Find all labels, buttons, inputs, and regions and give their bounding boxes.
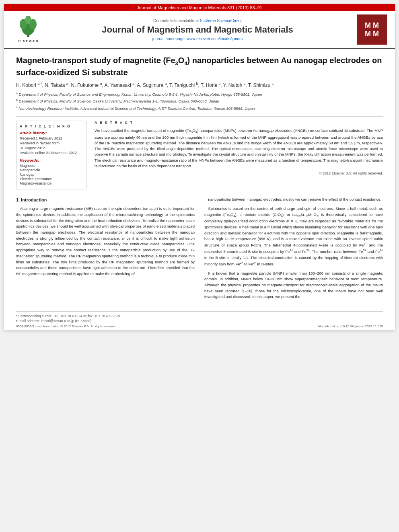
email-text: E-mail address: kobori@konan-u.ac.jp (H.… bbox=[16, 319, 93, 323]
abstract-text: We have studied the magneto-transport of… bbox=[95, 128, 383, 169]
authors: H. Kobori a,*, N. Takata a, N. Fukutome … bbox=[16, 82, 383, 88]
article-content: Magneto-transport study of magnetite (Fe… bbox=[4, 49, 395, 311]
keyword-5: Magneto-resistance bbox=[20, 181, 83, 185]
affiliation-b: b Department of Physics, Faculty of Scie… bbox=[16, 98, 383, 104]
keyword-3: Nanogap bbox=[20, 173, 83, 177]
elsevier-tree-icon bbox=[18, 16, 38, 38]
body-section: 1. Introduction Attaining a large magnet… bbox=[16, 197, 383, 303]
sciverse-prefix: Contents lists available at bbox=[153, 18, 200, 23]
keywords-section: Keywords: Magnetite Nanoparticle Nanogap… bbox=[20, 158, 83, 185]
body-col-right: nanoparticles between nanogap electrodes… bbox=[204, 197, 383, 303]
journal-citation-bar: Journal of Magnetism and Magnetic Materi… bbox=[4, 4, 395, 11]
jmmm-letters2: M M bbox=[365, 30, 379, 38]
article-info-heading: A R T I C L E I N F O bbox=[20, 124, 83, 128]
article-history-heading: Article history: bbox=[20, 131, 83, 135]
header-divider bbox=[16, 116, 383, 117]
page: Journal of Magnetism and Magnetic Materi… bbox=[4, 4, 395, 330]
corresponding-text: * Corresponding author. Tel.: +81 78 435… bbox=[16, 314, 121, 318]
info-abstract-section: A R T I C L E I N F O Article history: R… bbox=[16, 121, 383, 189]
abstract-col: A B S T R A C T We have studied the magn… bbox=[95, 121, 383, 189]
sciverse-link[interactable]: SciVerse ScienceDirect bbox=[200, 18, 242, 23]
body-col-left: 1. Introduction Attaining a large magnet… bbox=[16, 197, 195, 303]
available-online: Available online 21 November 2012 bbox=[20, 151, 83, 155]
body-right-para-2: Spintronics is based on the control of b… bbox=[204, 206, 383, 267]
journal-title: Journal of Magnetism and Magnetic Materi… bbox=[44, 25, 351, 35]
issn-text: 0304-8853/$ - see front matter © 2012 El… bbox=[16, 325, 117, 328]
keyword-1: Magnetite bbox=[20, 164, 83, 168]
elsevier-text: ELSEVIER bbox=[18, 39, 39, 43]
jmmm-logo-area: M M M M bbox=[351, 14, 387, 45]
journal-homepage: journal homepage: www.elsevier.com/locat… bbox=[44, 37, 351, 41]
footnote-corresponding: * Corresponding author. Tel.: +81 78 435… bbox=[16, 314, 383, 318]
abstract-section: A B S T R A C T We have studied the magn… bbox=[95, 121, 383, 175]
article-info-box: A R T I C L E I N F O Article history: R… bbox=[16, 121, 86, 189]
body-two-col: 1. Introduction Attaining a large magnet… bbox=[16, 197, 383, 303]
journal-citation: Journal of Magnetism and Magnetic Materi… bbox=[137, 5, 262, 10]
sciverse-line: Contents lists available at SciVerse Sci… bbox=[44, 18, 351, 23]
footer: * Corresponding author. Tel.: +81 78 435… bbox=[16, 311, 383, 330]
keyword-4: Electrical resistance bbox=[20, 177, 83, 181]
affiliation-a: a Department of Physics, Faculty of Scie… bbox=[16, 91, 383, 97]
abstract-heading: A B S T R A C T bbox=[95, 121, 383, 125]
affiliations: a Department of Physics, Faculty of Scie… bbox=[16, 91, 383, 111]
homepage-url[interactable]: www.elsevier.com/locate/jmmm bbox=[187, 37, 243, 41]
keyword-2: Nanoparticle bbox=[20, 168, 83, 172]
received-revised-label: Received in revised form bbox=[20, 141, 83, 145]
footnote-email: E-mail address: kobori@konan-u.ac.jp (H.… bbox=[16, 319, 383, 323]
article-info-col: A R T I C L E I N F O Article history: R… bbox=[16, 121, 86, 189]
affiliation-c: c Nanotechnology Research Institute, Adv… bbox=[16, 105, 383, 111]
jmmm-letters: M M bbox=[365, 21, 379, 30]
body-right-para-3: It is known that a magnetite particle (M… bbox=[204, 271, 383, 300]
received-date: Received 1 February 2012 bbox=[20, 136, 83, 140]
received-revised-date: 31 August 2012 bbox=[20, 146, 83, 150]
footer-bottom: 0304-8853/$ - see front matter © 2012 El… bbox=[16, 325, 383, 328]
doi-text: http://dx.doi.org/10.1016/j.jmmm.2012.11… bbox=[318, 325, 383, 328]
elsevier-logo: ELSEVIER bbox=[12, 16, 44, 43]
journal-header: ELSEVIER Contents lists available at Sci… bbox=[4, 11, 395, 49]
homepage-label: journal homepage: bbox=[152, 37, 186, 41]
article-title: Magneto-transport study of magnetite (Fe… bbox=[16, 55, 383, 78]
keywords-heading: Keywords: bbox=[20, 158, 83, 162]
copyright-notice: © 2012 Elsevier B.V. All rights reserved… bbox=[95, 171, 383, 175]
intro-title: 1. Introduction bbox=[16, 197, 195, 203]
body-right-para-1: nanoparticles between nanogap electrodes… bbox=[204, 197, 383, 203]
journal-header-center: Contents lists available at SciVerse Sci… bbox=[44, 18, 351, 41]
elsevier-logo-area: ELSEVIER bbox=[12, 16, 44, 43]
intro-para-1: Attaining a large magneto-resistance (MR… bbox=[16, 206, 195, 277]
jmmm-logo: M M M M bbox=[357, 14, 387, 45]
